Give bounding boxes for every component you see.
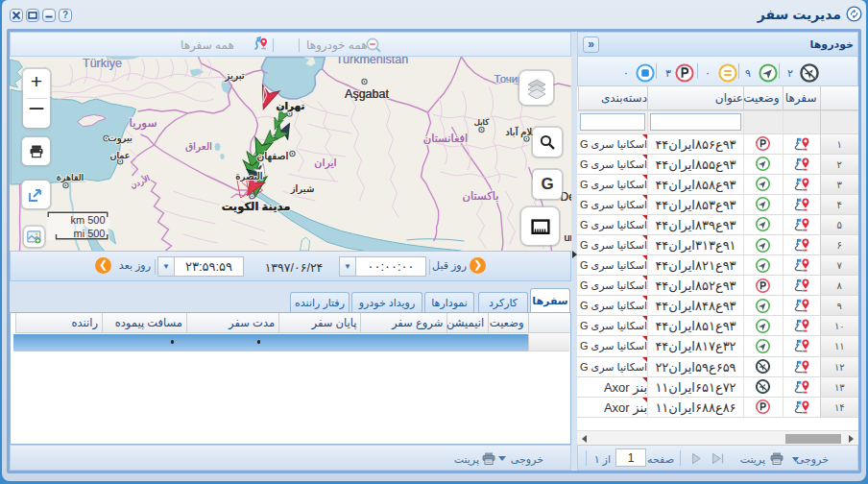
- svg-text:العراق: العراق: [185, 140, 212, 153]
- svg-text:كابل: كابل: [474, 117, 490, 127]
- svg-text:شيراز: شيراز: [290, 183, 315, 194]
- svg-text:تبريز: تبريز: [224, 69, 245, 82]
- svg-text:De: De: [561, 190, 572, 204]
- svg-text:تهران: تهران: [277, 100, 305, 112]
- svg-text:عمان: عمان: [109, 150, 130, 160]
- svg-text:Turkmenistan: Turkmenistan: [336, 57, 408, 66]
- svg-text:بيروت: بيروت: [108, 133, 133, 144]
- svg-text:سوريا: سوريا: [129, 116, 157, 131]
- svg-text:Aşgabat: Aşgabat: [345, 87, 389, 101]
- svg-text:القاهرة: القاهرة: [57, 172, 84, 182]
- svg-text:مدينة الكويت: مدينة الكويت: [222, 201, 291, 214]
- svg-text:افغانستان: افغانستان: [423, 133, 469, 145]
- svg-text:باکستان: باکستان: [463, 190, 499, 203]
- svg-text:mi 500: mi 500: [73, 228, 105, 239]
- svg-text:البصرة: البصرة: [235, 171, 262, 182]
- svg-text:Türkiye: Türkiye: [83, 57, 122, 70]
- svg-text:km 500: km 500: [70, 214, 105, 226]
- svg-text:ur: ur: [565, 231, 572, 243]
- svg-text:اصفهان: اصفهان: [257, 150, 289, 162]
- svg-text:ايران: ايران: [314, 157, 336, 169]
